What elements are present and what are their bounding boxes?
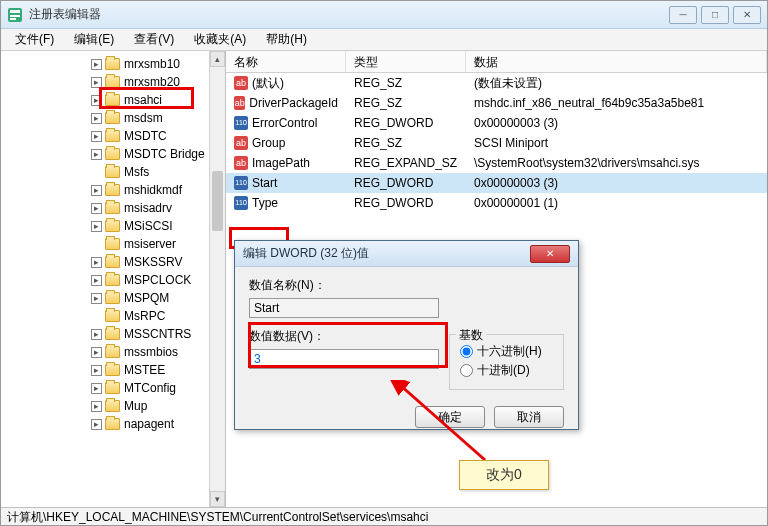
- tree-item[interactable]: ▸MSKSSRV: [91, 253, 225, 271]
- folder-icon: [105, 382, 120, 394]
- dialog-close-button[interactable]: ✕: [530, 245, 570, 263]
- minimize-button[interactable]: ─: [669, 6, 697, 24]
- tree-item-label: MSKSSRV: [124, 253, 182, 271]
- tree-item-label: msiserver: [124, 235, 176, 253]
- tree-item-label: msdsm: [124, 109, 163, 127]
- expander-icon[interactable]: ▸: [91, 59, 102, 70]
- svg-rect-1: [10, 10, 20, 13]
- expander-icon[interactable]: ▸: [91, 293, 102, 304]
- tree-item-label: mrxsmb10: [124, 55, 180, 73]
- expander-icon[interactable]: ▸: [91, 419, 102, 430]
- maximize-button[interactable]: □: [701, 6, 729, 24]
- menu-favorites[interactable]: 收藏夹(A): [184, 29, 256, 50]
- menu-file[interactable]: 文件(F): [5, 29, 64, 50]
- tree-item-label: MSTEE: [124, 361, 165, 379]
- list-row[interactable]: abDriverPackageIdREG_SZmshdc.inf_x86_neu…: [226, 93, 767, 113]
- tree-item[interactable]: ▸mshidkmdf: [91, 181, 225, 199]
- tree-scrollbar[interactable]: ▴ ▾: [209, 51, 225, 507]
- scroll-down-icon[interactable]: ▾: [210, 491, 225, 507]
- tree-item[interactable]: ▸mrxsmb20: [91, 73, 225, 91]
- tree-item-label: Msfs: [124, 163, 149, 181]
- tree-panel: ▸mrxsmb10▸mrxsmb20▸msahci▸msdsm▸MSDTC▸MS…: [1, 51, 226, 507]
- value-data-input[interactable]: [249, 349, 439, 369]
- folder-icon: [105, 112, 120, 124]
- tree-item[interactable]: MsRPC: [91, 307, 225, 325]
- expander-icon[interactable]: ▸: [91, 203, 102, 214]
- ok-button[interactable]: 确定: [415, 406, 485, 428]
- tree-item[interactable]: ▸MSPQM: [91, 289, 225, 307]
- tree-item-label: Mup: [124, 397, 147, 415]
- expander-icon[interactable]: ▸: [91, 131, 102, 142]
- list-row[interactable]: ab(默认)REG_SZ(数值未设置): [226, 73, 767, 93]
- expander-icon[interactable]: ▸: [91, 185, 102, 196]
- expander-icon[interactable]: ▸: [91, 221, 102, 232]
- tree-item[interactable]: ▸MSSCNTRS: [91, 325, 225, 343]
- window-title: 注册表编辑器: [29, 6, 669, 23]
- tree-item[interactable]: ▸mssmbios: [91, 343, 225, 361]
- column-header-type[interactable]: 类型: [346, 51, 466, 72]
- radio-hex[interactable]: 十六进制(H): [460, 343, 553, 360]
- menu-edit[interactable]: 编辑(E): [64, 29, 124, 50]
- value-name-label: 数值名称(N)：: [249, 277, 564, 294]
- scroll-thumb[interactable]: [212, 171, 223, 231]
- expander-icon[interactable]: ▸: [91, 95, 102, 106]
- tree-item[interactable]: ▸napagent: [91, 415, 225, 433]
- expander-icon[interactable]: ▸: [91, 257, 102, 268]
- tree-item[interactable]: ▸Mup: [91, 397, 225, 415]
- svg-rect-3: [10, 18, 16, 20]
- menu-view[interactable]: 查看(V): [124, 29, 184, 50]
- column-header-name[interactable]: 名称: [226, 51, 346, 72]
- dialog-title: 编辑 DWORD (32 位)值: [243, 245, 369, 262]
- expander-icon[interactable]: ▸: [91, 113, 102, 124]
- expander-icon[interactable]: ▸: [91, 149, 102, 160]
- tree-item[interactable]: ▸MSDTC Bridge: [91, 145, 225, 163]
- reg-dword-icon: 110: [234, 116, 248, 130]
- cancel-button[interactable]: 取消: [494, 406, 564, 428]
- expander-icon[interactable]: ▸: [91, 77, 102, 88]
- tree-item[interactable]: Msfs: [91, 163, 225, 181]
- column-header-data[interactable]: 数据: [466, 51, 767, 72]
- folder-icon: [105, 310, 120, 322]
- reg-string-icon: ab: [234, 96, 245, 110]
- list-row[interactable]: abImagePathREG_EXPAND_SZ\SystemRoot\syst…: [226, 153, 767, 173]
- expander-icon[interactable]: ▸: [91, 383, 102, 394]
- reg-dword-icon: 110: [234, 196, 248, 210]
- list-row[interactable]: 110ErrorControlREG_DWORD0x00000003 (3): [226, 113, 767, 133]
- folder-icon: [105, 130, 120, 142]
- annotation-callout: 改为0: [459, 460, 549, 490]
- tree-item[interactable]: ▸msahci: [91, 91, 225, 109]
- tree-item[interactable]: ▸msisadrv: [91, 199, 225, 217]
- tree-item[interactable]: ▸MSiSCSI: [91, 217, 225, 235]
- tree-item[interactable]: ▸MSTEE: [91, 361, 225, 379]
- expander-icon[interactable]: ▸: [91, 329, 102, 340]
- radio-dec[interactable]: 十进制(D): [460, 362, 553, 379]
- list-row[interactable]: 110StartREG_DWORD0x00000003 (3): [226, 173, 767, 193]
- list-row[interactable]: 110TypeREG_DWORD0x00000001 (1): [226, 193, 767, 213]
- tree-item-label: MTConfig: [124, 379, 176, 397]
- tree-item-label: msisadrv: [124, 199, 172, 217]
- app-icon: [7, 7, 23, 23]
- status-bar: 计算机\HKEY_LOCAL_MACHINE\SYSTEM\CurrentCon…: [1, 507, 767, 525]
- folder-icon: [105, 418, 120, 430]
- close-button[interactable]: ✕: [733, 6, 761, 24]
- list-row[interactable]: abGroupREG_SZSCSI Miniport: [226, 133, 767, 153]
- tree-item-label: mrxsmb20: [124, 73, 180, 91]
- tree-item[interactable]: ▸MSPCLOCK: [91, 271, 225, 289]
- folder-icon: [105, 76, 120, 88]
- expander-icon[interactable]: ▸: [91, 401, 102, 412]
- tree-item[interactable]: msiserver: [91, 235, 225, 253]
- folder-icon: [105, 400, 120, 412]
- expander-icon[interactable]: ▸: [91, 275, 102, 286]
- folder-icon: [105, 166, 120, 178]
- folder-icon: [105, 256, 120, 268]
- menu-help[interactable]: 帮助(H): [256, 29, 317, 50]
- scroll-up-icon[interactable]: ▴: [210, 51, 225, 67]
- tree-item-label: MSSCNTRS: [124, 325, 191, 343]
- expander-icon[interactable]: ▸: [91, 365, 102, 376]
- folder-icon: [105, 274, 120, 286]
- expander-icon[interactable]: ▸: [91, 347, 102, 358]
- tree-item[interactable]: ▸mrxsmb10: [91, 55, 225, 73]
- tree-item[interactable]: ▸MSDTC: [91, 127, 225, 145]
- tree-item[interactable]: ▸msdsm: [91, 109, 225, 127]
- tree-item[interactable]: ▸MTConfig: [91, 379, 225, 397]
